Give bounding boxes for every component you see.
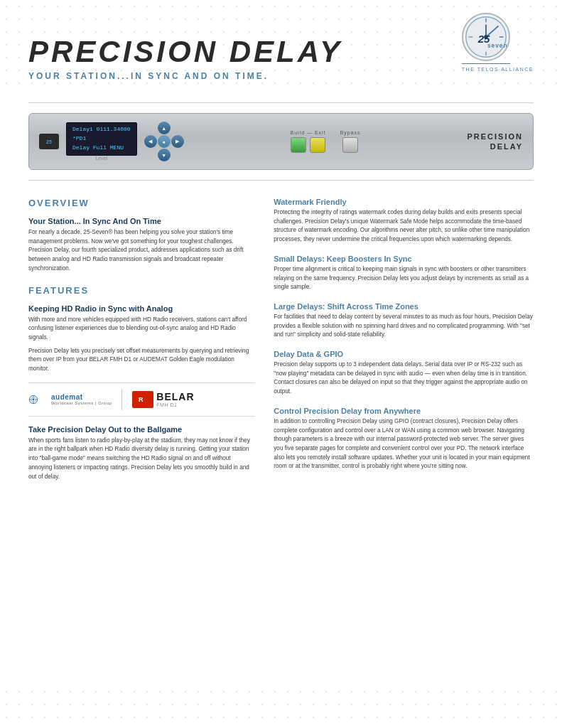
device-name-line1: PRECISION xyxy=(467,132,523,141)
svg-text:R: R xyxy=(139,396,144,403)
overview-body: For nearly a decade, 25-Seven® has been … xyxy=(28,228,255,274)
svg-point-12 xyxy=(33,398,35,400)
nav-empty-tl xyxy=(144,122,157,134)
device-right-panel: PRECISION DELAY xyxy=(467,132,523,152)
device-left-panel: 25 Delay1 0111.34600 *PD1 Delay Full MEN… xyxy=(39,122,184,161)
control-precision-body: In addition to controlling Precision Del… xyxy=(274,417,534,471)
header-area: 25 seven The Telos Alliance Precision De… xyxy=(0,0,562,92)
device-logo-text: 25 xyxy=(46,139,52,144)
device-name-line2: DELAY xyxy=(467,141,523,151)
logo-circle: 25 seven xyxy=(462,13,510,61)
audemat-sub-text: Worldcast Systems | Group xyxy=(51,401,112,405)
delay-data-body: Precision delay supports up to 3 indepen… xyxy=(274,360,534,397)
audemat-icon-svg xyxy=(28,392,48,407)
bottom-area xyxy=(0,507,562,542)
display-line1: Delay1 0111.34600 xyxy=(72,125,131,134)
telos-tagline: The Telos Alliance xyxy=(462,67,534,72)
device-logo: 25 xyxy=(39,134,59,149)
watermark-body: Protecting the integrity of ratings wate… xyxy=(274,208,534,245)
bypass-button xyxy=(342,137,358,153)
features-subsection2-body: When sports fans listen to radio play-by… xyxy=(28,437,255,482)
build-label: Build — Exit xyxy=(291,130,326,135)
display-line3: Delay Full MENU xyxy=(72,144,131,153)
belar-brand-name: BELAR xyxy=(156,391,194,402)
right-column: Watermark Friendly Protecting the integr… xyxy=(271,198,534,486)
nav-empty-bl xyxy=(144,149,157,161)
build-exit-buttons xyxy=(291,137,325,153)
features-subsection1-head: Keeping HD Radio in Sync with Analog xyxy=(28,304,255,313)
audemat-text-block: audemat Worldcast Systems | Group xyxy=(51,393,112,405)
belar-logo-icon: R xyxy=(137,393,148,405)
small-delays-body: Proper time alignment is critical to kee… xyxy=(274,265,534,292)
audemat-logo: audemat Worldcast Systems | Group xyxy=(28,392,112,407)
features-body1: With more and more vehicles equipped wit… xyxy=(28,316,255,343)
watermark-section-head: Watermark Friendly xyxy=(274,198,534,206)
nav-empty-tr xyxy=(171,122,184,134)
partner-logos-row: audemat Worldcast Systems | Group R BELA… xyxy=(28,382,255,417)
overview-section-head: OVERVIEW xyxy=(28,198,255,208)
content-area: OVERVIEW Your Station... In Sync And On … xyxy=(0,191,562,493)
features-body2: Precision Delay lets you precisely set o… xyxy=(28,347,255,374)
content-divider xyxy=(28,180,534,181)
belar-sub-text: FMH D1 xyxy=(156,402,194,407)
nav-empty-br xyxy=(171,149,184,161)
features-section-head: FEATURES xyxy=(28,285,255,296)
features-subsection2-head: Take Precision Delay Out to the Ballgame xyxy=(28,425,255,434)
device-image: 25 Delay1 0111.34600 *PD1 Delay Full MEN… xyxy=(28,113,534,170)
belar-logo: R BELAR FMH D1 xyxy=(132,391,194,408)
logo-divider-line xyxy=(462,63,510,64)
device-center-panel: Build — Exit Bypass xyxy=(184,130,468,153)
delay-data-section-head: Delay Data & GPIO xyxy=(274,350,534,358)
belar-text-block: BELAR FMH D1 xyxy=(156,391,194,407)
large-delays-body: For facilities that need to delay conten… xyxy=(274,313,534,340)
page-subtitle: Your Station...In Sync And On Time. xyxy=(28,71,534,81)
header-divider xyxy=(28,102,534,103)
nav-right: ▶ xyxy=(171,135,184,148)
bypass-label: Bypass xyxy=(340,130,361,135)
logos-divider xyxy=(121,389,122,410)
device-display: Delay1 0111.34600 *PD1 Delay Full MENU xyxy=(66,122,137,155)
belar-badge: R xyxy=(132,391,153,408)
nav-left: ◀ xyxy=(144,135,157,148)
build-exit-group: Build — Exit xyxy=(291,130,326,153)
display-line2: *PD1 xyxy=(72,134,131,144)
dot-background-bottom xyxy=(0,685,562,728)
control-precision-section-head: Control Precision Delay from Anywhere xyxy=(274,407,534,415)
logo-area: 25 seven The Telos Alliance xyxy=(462,13,534,72)
overview-subsection-head: Your Station... In Sync And On Time xyxy=(28,217,255,225)
device-level-label: Level xyxy=(66,156,137,161)
audemat-brand-name: audemat xyxy=(51,393,112,401)
nav-up: ▲ xyxy=(158,122,171,134)
large-delays-section-head: Large Delays: Shift Across Time Zones xyxy=(274,302,534,311)
nav-down: ▼ xyxy=(158,149,171,161)
device-nav-arrows: ▲ ◀ ● ▶ ▼ xyxy=(144,122,184,161)
bypass-group: Bypass xyxy=(340,130,361,153)
svg-text:seven: seven xyxy=(487,42,508,49)
small-delays-section-head: Small Delays: Keep Boosters In Sync xyxy=(274,255,534,263)
page-title: Precision Delay xyxy=(28,36,534,68)
build-button xyxy=(291,137,306,153)
exit-button xyxy=(310,137,325,153)
left-column: OVERVIEW Your Station... In Sync And On … xyxy=(28,198,271,486)
nav-center: ● xyxy=(158,135,171,148)
